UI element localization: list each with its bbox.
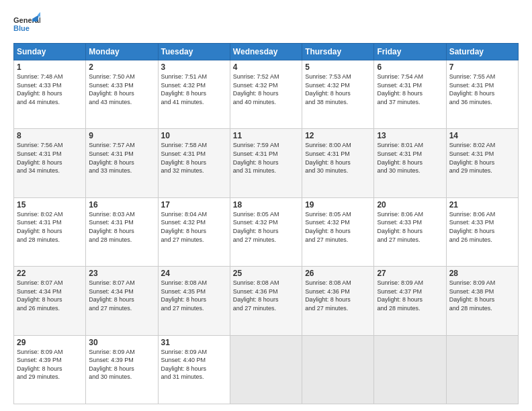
sunset-label: Sunset: 4:33 PM bbox=[89, 82, 134, 89]
daylight-minutes: and 27 minutes. bbox=[161, 305, 204, 312]
sunrise-label: Sunrise: 8:09 AM bbox=[161, 349, 208, 355]
sunset-label: Sunset: 4:36 PM bbox=[233, 288, 278, 295]
daylight-minutes: and 26 minutes. bbox=[449, 236, 492, 243]
calendar-cell: 24 Sunrise: 8:08 AM Sunset: 4:35 PM Dayl… bbox=[158, 267, 230, 335]
sunset-label: Sunset: 4:33 PM bbox=[17, 82, 62, 89]
day-info: Sunrise: 8:06 AM Sunset: 4:33 PM Dayligh… bbox=[449, 210, 515, 244]
daylight-label: Daylight: 8 hours bbox=[161, 90, 207, 97]
day-info: Sunrise: 8:09 AM Sunset: 4:39 PM Dayligh… bbox=[17, 348, 83, 381]
calendar-cell: 10 Sunrise: 7:58 AM Sunset: 4:31 PM Dayl… bbox=[158, 129, 230, 197]
day-info: Sunrise: 7:50 AM Sunset: 4:33 PM Dayligh… bbox=[89, 73, 154, 106]
calendar-cell: 30 Sunrise: 8:09 AM Sunset: 4:39 PM Dayl… bbox=[86, 335, 158, 404]
daylight-minutes: and 38 minutes. bbox=[305, 99, 348, 105]
sunset-label: Sunset: 4:31 PM bbox=[17, 150, 62, 157]
day-number: 13 bbox=[377, 131, 443, 140]
daylight-label: Daylight: 8 hours bbox=[377, 228, 423, 234]
daylight-minutes: and 27 minutes. bbox=[305, 236, 348, 243]
daylight-minutes: and 27 minutes. bbox=[233, 236, 276, 243]
sunrise-label: Sunrise: 8:02 AM bbox=[449, 142, 496, 148]
sunset-label: Sunset: 4:33 PM bbox=[449, 219, 494, 226]
day-info: Sunrise: 8:01 AM Sunset: 4:31 PM Dayligh… bbox=[377, 141, 443, 175]
daylight-minutes: and 32 minutes. bbox=[161, 167, 204, 174]
sunset-label: Sunset: 4:31 PM bbox=[449, 82, 494, 89]
sunrise-label: Sunrise: 8:08 AM bbox=[305, 279, 351, 286]
calendar-cell: 31 Sunrise: 8:09 AM Sunset: 4:40 PM Dayl… bbox=[158, 335, 230, 404]
day-info: Sunrise: 7:58 AM Sunset: 4:31 PM Dayligh… bbox=[161, 141, 227, 175]
daylight-minutes: and 27 minutes. bbox=[89, 305, 132, 312]
day-info: Sunrise: 7:56 AM Sunset: 4:31 PM Dayligh… bbox=[17, 141, 83, 175]
day-info: Sunrise: 8:07 AM Sunset: 4:34 PM Dayligh… bbox=[17, 279, 83, 312]
daylight-label: Daylight: 8 hours bbox=[449, 159, 495, 166]
calendar-cell: 14 Sunrise: 8:02 AM Sunset: 4:31 PM Dayl… bbox=[446, 129, 518, 197]
sunrise-label: Sunrise: 8:09 AM bbox=[89, 349, 135, 355]
sunrise-label: Sunrise: 7:52 AM bbox=[233, 73, 279, 80]
calendar-cell: 13 Sunrise: 8:01 AM Sunset: 4:31 PM Dayl… bbox=[374, 129, 446, 197]
sunrise-label: Sunrise: 8:08 AM bbox=[233, 279, 279, 286]
sunrise-label: Sunrise: 7:56 AM bbox=[17, 142, 63, 148]
sunset-label: Sunset: 4:33 PM bbox=[377, 219, 422, 226]
calendar-week-row: 22 Sunrise: 8:07 AM Sunset: 4:34 PM Dayl… bbox=[14, 267, 519, 335]
sunset-label: Sunset: 4:34 PM bbox=[17, 288, 62, 295]
day-info: Sunrise: 7:57 AM Sunset: 4:31 PM Dayligh… bbox=[89, 141, 154, 175]
daylight-minutes: and 28 minutes. bbox=[449, 305, 492, 312]
logo: General Blue bbox=[13, 11, 40, 38]
sunset-label: Sunset: 4:31 PM bbox=[305, 150, 350, 157]
page: General Blue SundayMondayTuesdayWednesda… bbox=[0, 0, 532, 411]
daylight-label: Daylight: 8 hours bbox=[17, 159, 62, 166]
daylight-label: Daylight: 8 hours bbox=[17, 296, 62, 303]
sunrise-label: Sunrise: 8:05 AM bbox=[305, 211, 351, 218]
daylight-minutes: and 27 minutes. bbox=[377, 236, 420, 243]
day-number: 2 bbox=[89, 62, 154, 72]
daylight-label: Daylight: 8 hours bbox=[89, 159, 134, 166]
daylight-label: Daylight: 8 hours bbox=[89, 228, 134, 234]
daylight-minutes: and 27 minutes. bbox=[305, 305, 348, 312]
day-info: Sunrise: 8:05 AM Sunset: 4:32 PM Dayligh… bbox=[305, 210, 371, 244]
calendar-cell: 15 Sunrise: 8:02 AM Sunset: 4:31 PM Dayl… bbox=[14, 197, 86, 266]
daylight-label: Daylight: 8 hours bbox=[89, 296, 134, 303]
daylight-label: Daylight: 8 hours bbox=[305, 90, 351, 97]
sunset-label: Sunset: 4:34 PM bbox=[89, 288, 134, 295]
day-number: 24 bbox=[161, 269, 227, 278]
daylight-label: Daylight: 8 hours bbox=[89, 90, 134, 97]
calendar-cell bbox=[374, 335, 446, 404]
day-number: 30 bbox=[89, 338, 154, 347]
sunset-label: Sunset: 4:36 PM bbox=[305, 288, 350, 295]
sunset-label: Sunset: 4:35 PM bbox=[161, 288, 206, 295]
day-info: Sunrise: 8:06 AM Sunset: 4:33 PM Dayligh… bbox=[377, 210, 443, 244]
sunrise-label: Sunrise: 7:51 AM bbox=[161, 73, 208, 80]
day-info: Sunrise: 8:09 AM Sunset: 4:40 PM Dayligh… bbox=[161, 348, 227, 381]
sunrise-label: Sunrise: 7:50 AM bbox=[89, 73, 135, 80]
day-info: Sunrise: 8:03 AM Sunset: 4:31 PM Dayligh… bbox=[89, 210, 154, 244]
daylight-label: Daylight: 8 hours bbox=[89, 365, 134, 372]
calendar-cell: 26 Sunrise: 8:08 AM Sunset: 4:36 PM Dayl… bbox=[302, 267, 374, 335]
sunset-label: Sunset: 4:32 PM bbox=[161, 219, 206, 226]
day-number: 22 bbox=[17, 269, 83, 278]
day-info: Sunrise: 7:55 AM Sunset: 4:31 PM Dayligh… bbox=[449, 73, 515, 106]
daylight-label: Daylight: 8 hours bbox=[161, 365, 207, 372]
day-info: Sunrise: 8:02 AM Sunset: 4:31 PM Dayligh… bbox=[17, 210, 83, 244]
calendar-cell: 3 Sunrise: 7:51 AM Sunset: 4:32 PM Dayli… bbox=[158, 60, 230, 129]
sunrise-label: Sunrise: 8:09 AM bbox=[377, 279, 423, 286]
sunrise-label: Sunrise: 8:07 AM bbox=[89, 279, 135, 286]
sunset-label: Sunset: 4:31 PM bbox=[17, 219, 62, 226]
day-number: 14 bbox=[449, 131, 515, 140]
sunrise-label: Sunrise: 8:01 AM bbox=[377, 142, 423, 148]
logo-icon: General Blue bbox=[13, 11, 40, 38]
sunrise-label: Sunrise: 8:08 AM bbox=[161, 279, 208, 286]
day-number: 21 bbox=[449, 200, 515, 210]
sunrise-label: Sunrise: 7:55 AM bbox=[449, 73, 496, 80]
calendar-cell: 12 Sunrise: 8:00 AM Sunset: 4:31 PM Dayl… bbox=[302, 129, 374, 197]
calendar-cell: 9 Sunrise: 7:57 AM Sunset: 4:31 PM Dayli… bbox=[86, 129, 158, 197]
daylight-label: Daylight: 8 hours bbox=[305, 228, 351, 234]
daylight-label: Daylight: 8 hours bbox=[449, 296, 495, 303]
sunset-label: Sunset: 4:39 PM bbox=[17, 357, 62, 363]
calendar-cell: 28 Sunrise: 8:09 AM Sunset: 4:38 PM Dayl… bbox=[446, 267, 518, 335]
sunrise-label: Sunrise: 8:04 AM bbox=[161, 211, 208, 218]
day-info: Sunrise: 8:08 AM Sunset: 4:36 PM Dayligh… bbox=[305, 279, 371, 312]
daylight-minutes: and 30 minutes. bbox=[377, 167, 420, 174]
day-number: 20 bbox=[377, 200, 443, 210]
calendar-cell: 18 Sunrise: 8:05 AM Sunset: 4:32 PM Dayl… bbox=[230, 197, 302, 266]
day-number: 29 bbox=[17, 338, 83, 347]
day-info: Sunrise: 8:09 AM Sunset: 4:39 PM Dayligh… bbox=[89, 348, 154, 381]
daylight-label: Daylight: 8 hours bbox=[377, 90, 423, 97]
